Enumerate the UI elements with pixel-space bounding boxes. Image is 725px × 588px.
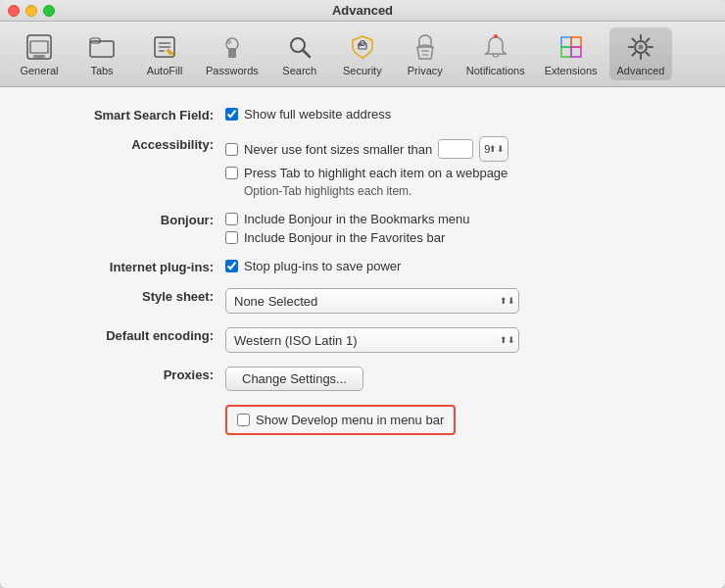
autofill-label: AutoFill [147,65,183,76]
svg-line-29 [647,39,650,42]
toolbar-item-advanced[interactable]: Advanced [609,27,673,80]
bonjour-favorites-checkbox[interactable] [225,231,238,244]
develop-controls: Show Develop menu in menu bar [225,405,456,435]
content-area: Smart Search Field: Show full website ad… [0,87,725,588]
proxies-controls: Change Settings... [225,367,363,391]
default-encoding-label: Default encoding: [29,327,225,343]
bonjour-bookmarks-label: Include Bonjour in the Bookmarks menu [244,212,470,226]
accessibility-label: Accessibility: [29,136,225,152]
svg-point-22 [639,45,644,50]
press-tab-row: Press Tab to highlight each item on a we… [225,166,508,180]
bonjour-bookmarks-row: Include Bonjour in the Bookmarks menu [225,212,470,226]
svg-point-20 [494,34,498,38]
search-label: Search [282,65,316,76]
security-label: Security [343,65,382,76]
develop-row: Show Develop menu in menu bar [29,405,696,435]
passwords-icon [217,31,248,63]
default-encoding-row: Default encoding: Western (ISO Latin 1) … [29,327,696,353]
develop-spacer [29,405,225,406]
bonjour-row: Bonjour: Include Bonjour in the Bookmark… [29,212,696,245]
font-size-stepper-wrapper: 9 10 11 12 14 [479,136,508,162]
notifications-label: Notifications [466,65,525,76]
style-sheet-select-row: None Selected [225,288,519,314]
toolbar-item-notifications[interactable]: Notifications [459,27,533,80]
toolbar-item-general[interactable]: General [10,27,69,80]
style-sheet-select-wrapper: None Selected [225,288,519,314]
autofill-icon [149,31,180,63]
style-sheet-controls: None Selected [225,288,519,314]
press-tab-label: Press Tab to highlight each item on a we… [244,166,508,180]
toolbar-item-privacy[interactable]: Privacy [396,27,455,80]
toolbar-item-tabs[interactable]: Tabs [72,27,131,80]
bonjour-favorites-row: Include Bonjour in the Favorites bar [225,230,470,245]
window-title: Advanced [332,3,393,18]
advanced-label: Advanced [617,65,665,76]
notifications-icon [480,31,511,63]
style-sheet-select[interactable]: None Selected [225,288,519,314]
svg-line-14 [303,50,310,57]
accessibility-row: Accessibility: Never use font sizes smal… [29,136,696,198]
tabs-icon [86,31,118,63]
toolbar-item-security[interactable]: Security [333,27,392,80]
general-label: General [20,65,58,76]
svg-point-12 [227,41,230,44]
privacy-label: Privacy [408,65,443,76]
svg-rect-2 [33,55,45,58]
svg-line-27 [633,39,636,42]
font-size-select[interactable]: 9 10 11 12 14 [479,136,508,162]
svg-line-30 [633,53,636,56]
svg-line-28 [647,53,650,56]
smart-search-checkbox-row: Show full website address [225,107,391,122]
title-bar: Advanced [0,0,725,22]
bonjour-controls: Include Bonjour in the Bookmarks menu In… [225,212,470,245]
toolbar-item-autofill[interactable]: AutoFill [135,27,194,80]
extensions-icon [556,31,587,63]
develop-label: Show Develop menu in menu bar [256,413,444,427]
toolbar: General Tabs A [0,22,725,87]
svg-rect-1 [30,41,48,53]
internet-plugins-row: Internet plug-ins: Stop plug-ins to save… [29,259,696,274]
tabs-label: Tabs [90,65,113,76]
toolbar-item-search[interactable]: Search [270,27,329,80]
never-use-font-label: Never use font sizes smaller than [244,142,432,157]
internet-plugins-label: Internet plug-ins: [29,259,225,274]
develop-checkbox-row: Show Develop menu in menu bar [225,405,456,435]
smart-search-controls: Show full website address [225,107,391,122]
privacy-icon [410,31,441,63]
default-encoding-select-wrapper: Western (ISO Latin 1) Unicode (UTF-8) Ce… [225,327,519,353]
proxies-row: Proxies: Change Settings... [29,367,696,391]
never-use-font-row: Never use font sizes smaller than 9 9 10… [225,136,508,162]
bonjour-bookmarks-checkbox[interactable] [225,213,238,225]
svg-rect-11 [228,48,236,58]
smart-search-row: Smart Search Field: Show full website ad… [29,107,696,122]
style-sheet-label: Style sheet: [29,288,225,304]
option-tab-hint: Option-Tab highlights each item. [244,184,508,198]
font-size-input[interactable]: 9 [438,139,473,159]
stop-plugins-label: Stop plug-ins to save power [244,259,401,273]
smart-search-checkbox[interactable] [225,108,238,121]
maximize-button[interactable] [43,5,55,17]
develop-checkbox[interactable] [237,414,250,426]
internet-plugins-controls: Stop plug-ins to save power [225,259,401,273]
minimize-button[interactable] [25,5,37,17]
traffic-lights [8,5,55,17]
close-button[interactable] [8,5,20,17]
extensions-label: Extensions [545,65,598,76]
press-tab-checkbox[interactable] [225,167,238,179]
stop-plugins-row: Stop plug-ins to save power [225,259,401,273]
stop-plugins-checkbox[interactable] [225,260,238,272]
change-settings-button[interactable]: Change Settings... [225,367,363,391]
style-sheet-row: Style sheet: None Selected [29,288,696,314]
bonjour-favorites-label: Include Bonjour in the Favorites bar [244,230,445,245]
general-icon [24,31,55,63]
smart-search-checkbox-label: Show full website address [244,107,391,122]
default-encoding-select[interactable]: Western (ISO Latin 1) Unicode (UTF-8) Ce… [225,327,519,353]
toolbar-item-passwords[interactable]: Passwords [198,27,266,80]
window: Advanced General Tabs [0,0,725,588]
passwords-label: Passwords [206,65,259,76]
proxies-label: Proxies: [29,367,225,382]
smart-search-field-label: Smart Search Field: [29,107,225,122]
never-use-font-checkbox[interactable] [225,143,238,156]
default-encoding-controls: Western (ISO Latin 1) Unicode (UTF-8) Ce… [225,327,519,353]
toolbar-item-extensions[interactable]: Extensions [537,27,605,80]
